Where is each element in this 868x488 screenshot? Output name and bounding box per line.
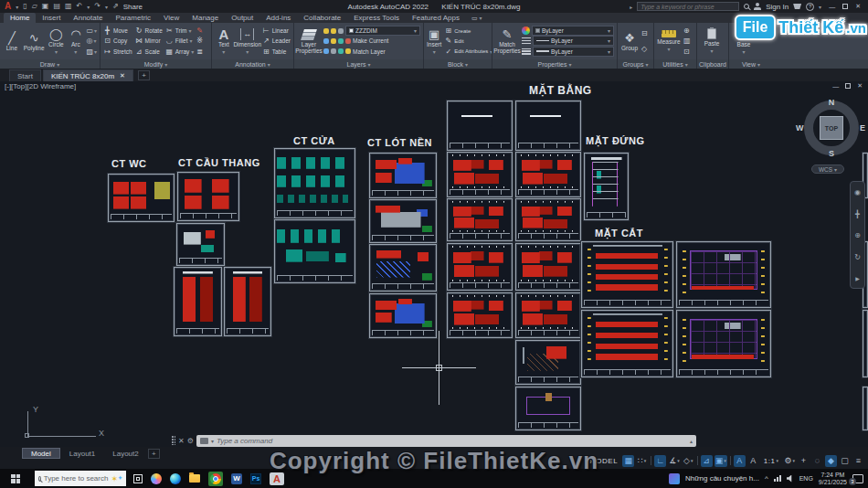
- drawing-frame-green[interactable]: [274, 148, 355, 218]
- doc-minimize-button[interactable]: —: [832, 83, 839, 90]
- copy-tool[interactable]: ⊡Copy: [103, 36, 132, 46]
- drawing-frame-redroof[interactable]: [515, 340, 581, 385]
- network-icon[interactable]: [774, 475, 781, 482]
- doc-close-button[interactable]: ✕: [857, 82, 863, 90]
- panel-properties-footer[interactable]: Properties▾: [492, 59, 617, 69]
- undo-icon[interactable]: ↶: [77, 3, 83, 10]
- panel-groups-footer[interactable]: Groups▾: [618, 59, 653, 69]
- stretch-tool[interactable]: ↦Stretch: [103, 47, 132, 57]
- drawing-frame-green2[interactable]: [274, 219, 355, 283]
- text-tool[interactable]: AText▾: [215, 25, 233, 58]
- file-explorer-icon[interactable]: [189, 474, 200, 483]
- viewcube-east[interactable]: E: [860, 123, 865, 133]
- drawing-frame-redplan[interactable]: [447, 152, 513, 197]
- annotation-autoscale-icon[interactable]: A: [747, 455, 759, 467]
- viewcube-north[interactable]: N: [829, 98, 835, 107]
- ribbon-tab-annotate[interactable]: Annotate: [67, 13, 109, 23]
- viewcube-west[interactable]: W: [796, 123, 804, 133]
- drawing-frame-secpurple[interactable]: [676, 310, 771, 377]
- polyline-tool[interactable]: ∿Polyline: [24, 25, 45, 58]
- isometric-drafting-icon[interactable]: ◇▾: [683, 455, 694, 467]
- drawing-frame-sliver[interactable]: [863, 387, 868, 430]
- id-point-tool[interactable]: ⊕: [683, 26, 691, 36]
- arc-tool[interactable]: ◠Arc▾: [68, 25, 83, 58]
- drawing-frame-redplan[interactable]: [515, 243, 581, 291]
- edge-icon[interactable]: [170, 473, 181, 484]
- command-close-icon[interactable]: ✕: [178, 437, 185, 445]
- hatch-tool[interactable]: ▨▾: [86, 47, 97, 57]
- new-tab-button[interactable]: +: [138, 70, 150, 80]
- redo-icon[interactable]: ↷: [94, 3, 101, 10]
- help-caret-icon[interactable]: ▾: [819, 4, 821, 10]
- tab-start[interactable]: Start: [9, 69, 41, 81]
- news-widget-text[interactable]: Những câu chuyện h...: [685, 474, 759, 483]
- object-snap-icon[interactable]: ▣▾: [715, 455, 727, 467]
- ribbon-tab-home[interactable]: Home: [4, 13, 36, 23]
- quick-calc-tool[interactable]: ▥: [683, 36, 691, 46]
- drawing-frame-redplan[interactable]: [515, 152, 581, 197]
- layer-properties-tool[interactable]: Layer Properties: [297, 25, 321, 58]
- drawing-frame-empty[interactable]: [447, 101, 513, 151]
- language-indicator[interactable]: ENG: [799, 475, 813, 482]
- ellipse-tool[interactable]: ◎▾: [86, 36, 97, 46]
- start-button[interactable]: [0, 474, 31, 483]
- drawing-frame-redplan[interactable]: [447, 243, 513, 291]
- explode-tool[interactable]: ※: [196, 36, 203, 46]
- drawing-frame-tealred[interactable]: [176, 223, 225, 266]
- panel-modify-footer[interactable]: Modify▾: [101, 59, 211, 69]
- leader-tool[interactable]: ↗Leader: [262, 36, 291, 46]
- lineweight-icon[interactable]: [522, 48, 531, 55]
- photoshop-icon[interactable]: Ps: [250, 473, 261, 484]
- viewport-controls[interactable]: [-][Top][2D Wireframe]: [5, 82, 76, 90]
- tab-document[interactable]: KIẾN TRÚC 8x20m✕: [43, 69, 133, 81]
- customization-icon[interactable]: ≡: [852, 455, 864, 467]
- drawing-frame-redplan[interactable]: [515, 198, 581, 241]
- viewcube-south[interactable]: S: [829, 149, 834, 158]
- workspace-icon[interactable]: ⚙▾: [783, 455, 796, 467]
- mirror-tool[interactable]: ⋈Mirror: [135, 36, 163, 46]
- minimize-button[interactable]: —: [826, 4, 838, 10]
- scale-tool[interactable]: ⊿Scale: [135, 47, 163, 57]
- object-color-dropdown[interactable]: ByLayer▾: [532, 26, 614, 36]
- group-tool[interactable]: ❖Group: [620, 25, 639, 58]
- panel-layers-footer[interactable]: Layers▾: [294, 59, 423, 69]
- expand-caret-icon[interactable]: ▸: [630, 4, 632, 10]
- showmotion-icon[interactable]: ▶: [855, 275, 860, 281]
- navigation-wheel-icon[interactable]: ◉: [854, 188, 861, 196]
- rectangle-tool[interactable]: ▭▾: [86, 26, 97, 36]
- match-layer-tool[interactable]: Match Layer: [323, 47, 420, 57]
- annotation-visibility-icon[interactable]: A: [734, 455, 746, 467]
- line-tool[interactable]: ╱Line: [3, 25, 21, 58]
- annotation-monitor-icon[interactable]: +: [798, 455, 810, 467]
- quick-properties-icon[interactable]: ▢: [839, 455, 851, 467]
- group-edit-tool[interactable]: ◇: [641, 44, 648, 55]
- linetype-dropdown[interactable]: ByLayer▾: [533, 36, 614, 46]
- tab-model[interactable]: Model: [22, 448, 60, 459]
- panel-clipboard-footer[interactable]: Clipboard: [697, 59, 728, 69]
- drawing-frame-secred[interactable]: [581, 241, 673, 308]
- circle-tool[interactable]: ◯Circle▾: [48, 25, 66, 58]
- erase-tool[interactable]: ✎: [196, 26, 203, 36]
- viewcube[interactable]: N S W E TOP: [804, 101, 859, 155]
- panel-view-footer[interactable]: View▾: [729, 59, 868, 69]
- panel-draw-footer[interactable]: Draw▾: [0, 59, 100, 69]
- tab-layout1[interactable]: Layout1: [61, 448, 103, 459]
- create-block-tool[interactable]: ⊞Create: [444, 26, 492, 36]
- drawing-frame-redwc[interactable]: [108, 174, 175, 222]
- drawing-frame-stair[interactable]: [174, 267, 222, 336]
- move-tool[interactable]: ╋Move: [103, 26, 132, 36]
- cart-icon[interactable]: [793, 4, 801, 9]
- ungroup-tool[interactable]: ⊟: [641, 28, 648, 39]
- color-wheel-icon[interactable]: [522, 27, 530, 35]
- graphics-performance-icon[interactable]: ◆: [825, 455, 837, 467]
- share-label[interactable]: Share: [123, 3, 143, 11]
- drawing-frame-redplan[interactable]: [447, 292, 513, 338]
- command-customize-icon[interactable]: ⚙: [187, 437, 194, 445]
- drawing-frame-redgray[interactable]: [369, 199, 437, 243]
- ribbon-options[interactable]: ▭▾: [471, 13, 482, 23]
- drawing-frame-redblue2[interactable]: [369, 244, 437, 292]
- drawing-frame-redblue[interactable]: [369, 293, 437, 338]
- wcs-dropdown[interactable]: WCS▾: [811, 164, 844, 174]
- open-file-icon[interactable]: ▱: [32, 3, 37, 10]
- zoom-icon[interactable]: ⊕: [854, 231, 861, 239]
